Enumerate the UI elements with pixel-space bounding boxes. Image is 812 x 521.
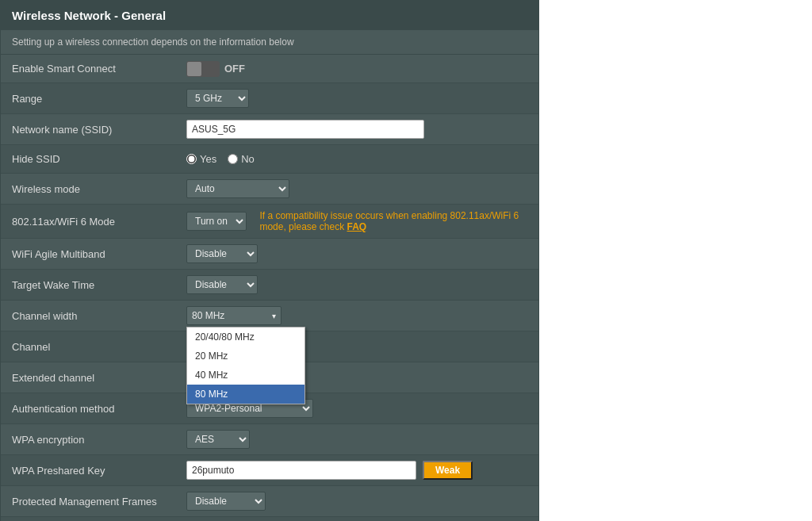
enable-smart-connect-control: OFF	[186, 61, 527, 77]
channel-width-control: 80 MHz 20/40/80 MHz 20 MHz 40 MHz 80 MHz	[186, 306, 527, 325]
wpa-encryption-select[interactable]: AES TKIP TKIP+AES	[186, 430, 250, 449]
range-label: Range	[12, 93, 186, 105]
ssid-control	[186, 120, 527, 139]
wpa-preshared-key-control: Weak	[186, 461, 527, 480]
wireless-mode-control: Auto N only AC only Legacy	[186, 179, 527, 198]
channel-width-row: Channel width 80 MHz 20/40/80 MHz 20 MHz…	[1, 301, 538, 331]
ssid-input[interactable]	[186, 120, 424, 139]
channel-width-option-3[interactable]: 80 MHz	[187, 385, 304, 404]
hide-ssid-yes-radio[interactable]	[186, 154, 197, 164]
protected-mgmt-frames-select[interactable]: Disable Enable Required	[186, 492, 266, 511]
channel-label: Channel	[12, 341, 186, 353]
toggle-switch-smart-connect[interactable]	[186, 61, 220, 77]
hide-ssid-yes-label[interactable]: Yes	[186, 153, 216, 165]
channel-width-label: Channel width	[12, 310, 186, 322]
enable-smart-connect-label: Enable Smart Connect	[12, 63, 186, 75]
key-strength-badge: Weak	[423, 461, 473, 480]
smart-connect-toggle[interactable]: OFF	[186, 61, 245, 77]
page-title: Wireless Network - General	[1, 1, 538, 30]
wifi6-mode-select[interactable]: Turn on Turn off	[186, 212, 247, 231]
protected-mgmt-frames-row: Protected Management Frames Disable Enab…	[1, 486, 538, 517]
wpa-encryption-label: WPA encryption	[12, 434, 186, 446]
wireless-mode-row: Wireless mode Auto N only AC only Legacy	[1, 174, 538, 205]
toggle-state-label: OFF	[224, 63, 245, 75]
wifi-agile-control: Disable Enable	[186, 244, 527, 263]
range-row: Range 5 GHz 2.4 GHz	[1, 83, 538, 114]
wireless-mode-select[interactable]: Auto N only AC only Legacy	[186, 179, 289, 198]
page-subtitle: Setting up a wireless connection depends…	[1, 30, 538, 55]
channel-width-dropdown-menu: 20/40/80 MHz 20 MHz 40 MHz 80 MHz	[186, 327, 305, 404]
hide-ssid-control: Yes No	[186, 153, 527, 165]
wpa-preshared-key-input[interactable]	[186, 461, 416, 480]
wpa-preshared-key-label: WPA Preshared Key	[12, 465, 186, 477]
faq-link[interactable]: FAQ	[347, 221, 367, 232]
target-wake-time-row: Target Wake Time Disable Enable	[1, 270, 538, 301]
hide-ssid-row: Hide SSID Yes No	[1, 145, 538, 174]
wifi-agile-row: WiFi Agile Multiband Disable Enable	[1, 239, 538, 270]
extended-channel-label: Extended channel	[12, 372, 186, 384]
wpa-encryption-control: AES TKIP TKIP+AES	[186, 430, 527, 449]
target-wake-time-label: Target Wake Time	[12, 279, 186, 291]
range-control: 5 GHz 2.4 GHz	[186, 89, 527, 108]
wifi-agile-label: WiFi Agile Multiband	[12, 248, 186, 260]
wifi6-warning-text: If a compatibility issue occurs when ena…	[259, 210, 527, 232]
wifi6-mode-label: 802.11ax/WiFi 6 Mode	[12, 216, 186, 228]
target-wake-time-control: Disable Enable	[186, 275, 527, 294]
channel-width-trigger[interactable]: 80 MHz	[186, 306, 282, 325]
wifi6-warning-msg: If a compatibility issue occurs when ena…	[259, 210, 519, 232]
channel-width-dropdown-container: 80 MHz 20/40/80 MHz 20 MHz 40 MHz 80 MHz	[186, 306, 282, 325]
range-select[interactable]: 5 GHz 2.4 GHz	[186, 89, 249, 108]
wifi-agile-select[interactable]: Disable Enable	[186, 244, 258, 263]
wpa-encryption-row: WPA encryption AES TKIP TKIP+AES	[1, 424, 538, 455]
hide-ssid-no-radio[interactable]	[228, 154, 238, 164]
wpa-preshared-key-row: WPA Preshared Key Weak	[1, 455, 538, 486]
channel-width-value: 80 MHz	[192, 310, 224, 321]
protected-mgmt-frames-label: Protected Management Frames	[12, 496, 186, 508]
ssid-row: Network name (SSID)	[1, 114, 538, 145]
protected-mgmt-frames-control: Disable Enable Required	[186, 492, 527, 511]
target-wake-time-select[interactable]: Disable Enable	[186, 275, 258, 294]
wireless-mode-label: Wireless mode	[12, 183, 186, 195]
hide-ssid-radio-group: Yes No	[186, 153, 255, 165]
wifi6-mode-control: Turn on Turn off If a compatibility issu…	[186, 210, 527, 232]
channel-width-option-1[interactable]: 20 MHz	[187, 347, 304, 366]
hide-ssid-no-label[interactable]: No	[228, 153, 255, 165]
channel-width-option-2[interactable]: 40 MHz	[187, 366, 304, 385]
enable-smart-connect-row: Enable Smart Connect OFF	[1, 55, 538, 83]
ssid-label: Network name (SSID)	[12, 124, 186, 136]
wifi6-mode-row: 802.11ax/WiFi 6 Mode Turn on Turn off If…	[1, 205, 538, 239]
channel-width-option-0[interactable]: 20/40/80 MHz	[187, 328, 304, 347]
hide-ssid-label: Hide SSID	[12, 153, 186, 165]
auth-method-label: Authentication method	[12, 403, 186, 415]
network-key-rotation-row: Network key rotation interval	[1, 517, 538, 521]
